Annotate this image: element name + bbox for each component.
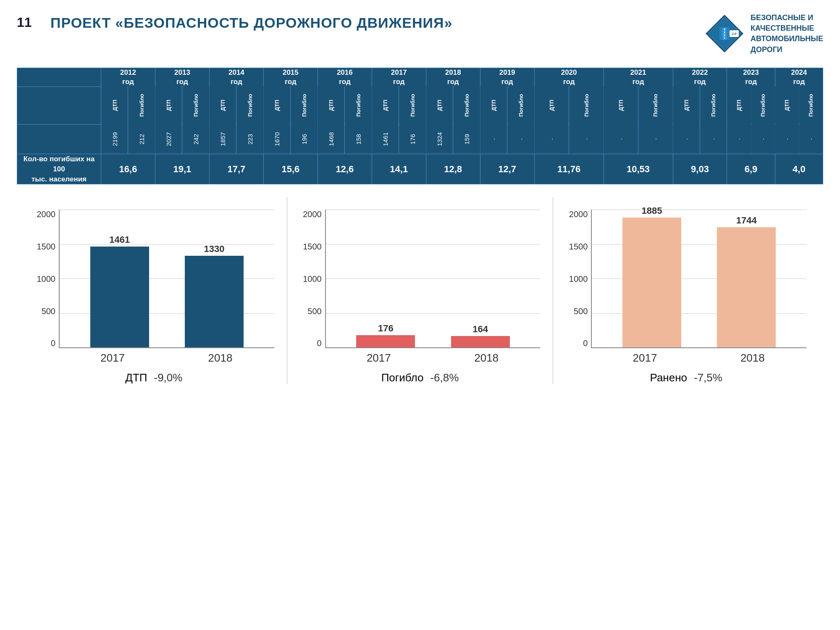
sh-pogiblo-2017: Погибло xyxy=(399,87,426,124)
page-number: 11 xyxy=(17,15,42,30)
sh-dtp-2019: ДТП xyxy=(480,87,507,124)
chart-pogiblo-pct: -6,8% xyxy=(430,371,459,384)
y-label-1000: 1000 xyxy=(34,274,55,284)
rate-2022: 9,03 xyxy=(673,154,727,184)
sh-pogiblo-2015: Погибло xyxy=(291,87,318,124)
bars-dtp: 1461 1330 xyxy=(60,234,274,347)
val-dtp-2015: 1670 xyxy=(263,124,290,154)
chart-pogiblo-xlabels: 2017 2018 xyxy=(300,348,541,365)
sh-pogiblo-2012: Погибло xyxy=(128,87,155,124)
y-label-2000: 2000 xyxy=(34,210,55,219)
svg-text:2.0: 2.0 xyxy=(732,32,737,36)
bars-raneno: 1885 1744 xyxy=(592,205,806,347)
val-pog-2016: 158 xyxy=(345,124,372,154)
sh-pogiblo-2013: Погибло xyxy=(182,87,210,124)
y3-2000: 2000 xyxy=(566,210,588,219)
y2-0: 0 xyxy=(300,339,322,348)
y3-0: 0 xyxy=(566,339,588,348)
val-pog-2015: 196 xyxy=(291,124,318,154)
xlabel-ran-2018: 2018 xyxy=(740,352,765,365)
rate-2013: 19,1 xyxy=(155,154,209,184)
bar-val-pog-2017: 176 xyxy=(378,323,394,334)
gp-2 xyxy=(326,278,541,279)
val-pog-2024: · xyxy=(799,124,823,154)
val-pog-2017: 176 xyxy=(399,124,426,154)
val-pog-2014: 223 xyxy=(236,124,264,154)
sh-dtp-2016: ДТП xyxy=(318,87,344,124)
data-table: 2012год 2013год 2014год 2015год 2016год … xyxy=(17,68,823,185)
rate-2024: 4,0 xyxy=(775,154,823,184)
bar-val-ran-2018: 1744 xyxy=(736,215,757,226)
val-dtp-2023: · xyxy=(727,124,751,154)
chart-pogiblo: 2000 1500 1000 500 0 176 xyxy=(287,197,554,384)
header: 11 ПРОЕКТ «БЕЗОПАСНОСТЬ ДОРОЖНОГО ДВИЖЕН… xyxy=(17,13,823,55)
year-2022: 2022год xyxy=(673,68,727,87)
year-2013: 2013год xyxy=(155,68,209,87)
chart-pogiblo-plot: 176 164 xyxy=(325,210,541,348)
rate-2014: 17,7 xyxy=(209,154,263,184)
chart-raneno-plot: 1885 1744 xyxy=(591,210,806,348)
sh-dtp-2024: ДТП xyxy=(775,87,799,124)
val-dtp-2024: · xyxy=(775,124,799,154)
val-dtp-2020: · xyxy=(534,124,569,154)
bars-pogiblo: 176 164 xyxy=(326,323,541,347)
sh-dtp-2012: ДТП xyxy=(101,87,128,124)
val-dtp-2012: 2199 xyxy=(101,124,128,154)
logo-text: БЕЗОПАСНЫЕ И КАЧЕСТВЕННЫЕ АВТОМОБИЛЬНЫЕ … xyxy=(751,13,823,55)
year-2021: 2021год xyxy=(604,68,673,87)
bar-rect-dtp-2018 xyxy=(185,256,244,347)
bar-ran-2018: 1744 xyxy=(717,215,776,347)
chart-dtp-footer: ДТП -9,0% xyxy=(34,371,274,384)
bar-ran-2017: 1885 xyxy=(622,205,681,347)
year-2023: 2023год xyxy=(727,68,775,87)
sh-pogiblo-2018: Погибло xyxy=(453,87,480,124)
sh-pogiblo-2023: Погибло xyxy=(751,87,775,124)
bar-pog-2018: 164 xyxy=(451,324,510,347)
y-label-1500: 1500 xyxy=(34,242,55,252)
sh-dtp-2020: ДТП xyxy=(534,87,569,124)
chart-dtp-inner: 2000 1500 1000 500 0 1461 xyxy=(34,197,274,348)
chart-raneno-title: Ранено xyxy=(650,371,687,384)
rate-row: Кол-во погибших на 100тыс. населения 16,… xyxy=(17,154,823,184)
year-2016: 2016год xyxy=(318,68,372,87)
bar-val-ran-2017: 1885 xyxy=(642,205,662,216)
data-table-wrap: 2012год 2013год 2014год 2015год 2016год … xyxy=(17,68,823,185)
val-pog-2012: 212 xyxy=(128,124,155,154)
sh-dtp-2018: ДТП xyxy=(426,87,453,124)
bar-rect-dtp-2017 xyxy=(90,247,149,347)
sh-dtp-2015: ДТП xyxy=(263,87,290,124)
bar-val-dtp-2017: 1461 xyxy=(109,234,130,245)
sh-dtp-2023: ДТП xyxy=(727,87,751,124)
val-dtp-2019: · xyxy=(480,124,507,154)
bar-pog-2017: 176 xyxy=(356,323,415,347)
bar-val-dtp-2018: 1330 xyxy=(204,244,225,255)
chart-raneno-pct: -7,5% xyxy=(694,371,722,384)
rate-2019: 12,7 xyxy=(480,154,534,184)
data-row: 2199 212 2027 242 1857 223 1670 196 1468… xyxy=(17,124,823,154)
gp-1 xyxy=(326,244,541,244)
xlabel-pog-2017: 2017 xyxy=(367,352,391,365)
y2-500: 500 xyxy=(300,307,322,316)
chart-raneno-xlabels: 2017 2018 xyxy=(566,348,806,365)
rate-2016: 12,6 xyxy=(318,154,372,184)
y2-1500: 1500 xyxy=(300,242,322,252)
year-2015: 2015год xyxy=(263,68,318,87)
rate-2018: 12,8 xyxy=(426,154,480,184)
chart-dtp-title: ДТП xyxy=(125,371,147,384)
sh-dtp-2014: ДТП xyxy=(209,87,236,124)
val-pog-2020: · xyxy=(569,124,604,154)
sh-pogiblo-2024: Погибло xyxy=(799,87,823,124)
chart-dtp-y-axis: 2000 1500 1000 500 0 xyxy=(34,210,59,348)
bar-rect-ran-2018 xyxy=(717,227,776,347)
year-2017: 2017год xyxy=(372,68,426,87)
val-dtp-2018: 1324 xyxy=(426,124,453,154)
chart-pogiblo-footer: Погибло -6,8% xyxy=(300,371,541,384)
bar-rect-pog-2018 xyxy=(451,336,510,347)
sh-dtp-2013: ДТП xyxy=(155,87,182,124)
xlabel-dtp-2018: 2018 xyxy=(208,352,233,365)
rate-2023: 6,9 xyxy=(727,154,775,184)
chart-raneno-y-axis: 2000 1500 1000 500 0 xyxy=(566,210,591,348)
chart-dtp-pct: -9,0% xyxy=(154,371,182,384)
bar-dtp-2017: 1461 xyxy=(90,234,149,347)
bar-rect-ran-2017 xyxy=(622,218,681,347)
